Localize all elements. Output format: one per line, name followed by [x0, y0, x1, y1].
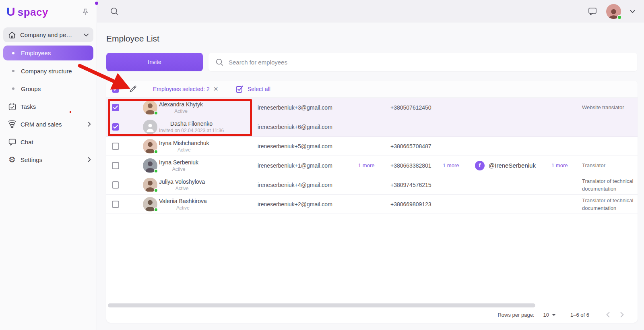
employee-status: Active [172, 166, 186, 172]
more-emails-link[interactable]: 1 more [358, 156, 374, 175]
search-icon [215, 58, 224, 66]
divider [145, 86, 145, 93]
sidebar-item-tasks[interactable]: Tasks [0, 98, 97, 115]
workspace-selector[interactable]: Company and pe… [3, 27, 93, 42]
employee-status: Active [176, 205, 190, 211]
main-content: Employee List Invite Employees selected:… [97, 23, 644, 330]
logo-text: spacy [18, 6, 48, 19]
employee-status: Active [174, 108, 188, 114]
facebook-icon[interactable]: f [475, 161, 485, 170]
edit-selected-icon[interactable] [129, 81, 137, 98]
next-page-button[interactable] [618, 312, 626, 318]
avatar [143, 158, 157, 173]
employee-name[interactable]: Dasha Filonenko [170, 120, 213, 127]
avatar [143, 197, 157, 212]
bullet-icon [12, 52, 14, 54]
table-footer: Rows per page: 10 1–6 of 6 [106, 307, 638, 323]
employee-phone: +380663382801 [390, 156, 431, 175]
employee-name[interactable]: Juliya Voloshylova [159, 178, 205, 185]
table-row[interactable]: Iryna SerbeniukActive ireneserbeniuk+1@g… [106, 156, 638, 175]
avatar [143, 100, 157, 115]
sidebar-item-chat[interactable]: Chat [0, 133, 97, 151]
employee-status: Invited on 02.04.2023 at 11:36 [159, 128, 224, 133]
avatar [143, 139, 157, 154]
more-phones-link[interactable]: 1 more [443, 156, 459, 175]
table-row[interactable]: Iryna MishchanchukActive ireneserbeniuk+… [106, 137, 638, 156]
search-input[interactable] [229, 59, 631, 66]
sidebar-item-label: Groups [21, 85, 41, 92]
pin-sidebar-icon[interactable] [80, 7, 90, 17]
invite-button[interactable]: Invite [106, 53, 203, 71]
sidebar-item-label: CRM and sales [21, 121, 62, 128]
social-handle[interactable]: @IreneSerbeniuk [489, 162, 536, 169]
online-status-dot [154, 169, 158, 173]
chevron-right-icon [88, 157, 91, 162]
previous-page-button[interactable] [604, 312, 612, 318]
uspacy-logo[interactable]: U spacy [6, 6, 48, 19]
selection-toolbar: Employees selected: 2 ✕ Select all [106, 81, 638, 98]
online-status-dot [154, 188, 158, 193]
sidebar-item-employees[interactable]: Employees [3, 46, 93, 60]
selected-count-label: Employees selected: 2 [153, 81, 210, 98]
select-all-button[interactable]: Select all [235, 81, 270, 98]
table-row[interactable]: Alexandra KhytykActive ireneserbeniuk+3@… [106, 98, 638, 117]
select-all-label: Select all [248, 86, 270, 92]
sidebar-item-label: Company structure [21, 68, 72, 75]
row-checkbox[interactable] [112, 143, 119, 150]
row-checkbox[interactable] [112, 162, 119, 169]
row-checkbox[interactable] [112, 181, 119, 189]
employee-position: Website translator [582, 104, 624, 111]
employee-email: ireneserbeniuk+3@gmail.com [258, 98, 332, 117]
online-status-dot [617, 15, 622, 20]
employee-table: Employees selected: 2 ✕ Select all Alexa… [106, 81, 638, 323]
select-all-icon [235, 85, 244, 93]
rows-per-page-select[interactable]: 10 [543, 312, 556, 318]
funnel-stack-icon [7, 120, 17, 129]
more-socials-link[interactable]: 1 more [551, 156, 568, 175]
avatar-placeholder [143, 120, 157, 134]
header-checkbox[interactable] [112, 85, 119, 93]
employee-position: Translator of technical documentation [582, 177, 638, 193]
sidebar-item-settings[interactable]: ⚙ Settings [0, 151, 97, 168]
sidebar-item-label: Employees [21, 50, 51, 56]
rows-per-page-label: Rows per page: [497, 312, 534, 318]
pagination-range: 1–6 of 6 [570, 312, 589, 318]
clear-selection-icon[interactable]: ✕ [213, 81, 219, 98]
sidebar: U spacy Company and pe… Employees Compan… [0, 0, 97, 330]
employee-position: Translator of technical documentation [582, 197, 638, 212]
profile-menu-chevron-icon[interactable] [630, 10, 635, 13]
employee-name[interactable]: Iryna Serbeniuk [159, 159, 198, 166]
sidebar-item-crm-and-sales[interactable]: CRM and sales [0, 115, 97, 133]
logo-dot [95, 2, 98, 5]
sidebar-item-label: Tasks [21, 103, 36, 110]
table-row[interactable]: Valeriia BashkirovaActive ireneserbeniuk… [106, 195, 638, 214]
sidebar-item-groups[interactable]: Groups [0, 80, 97, 98]
bullet-icon [12, 70, 14, 72]
global-search-icon[interactable] [109, 6, 119, 16]
sidebar-item-company-structure[interactable]: Company structure [0, 62, 97, 80]
messages-icon[interactable] [588, 6, 597, 16]
chevron-right-icon [88, 122, 91, 127]
employee-name[interactable]: Alexandra Khytyk [159, 101, 203, 108]
table-row[interactable]: Juliya VoloshylovaActive ireneserbeniuk+… [106, 175, 638, 195]
table-row[interactable]: Dasha FilonenkoInvited on 02.04.2023 at … [106, 117, 638, 137]
online-status-dot [154, 208, 158, 212]
employee-name[interactable]: Valeriia Bashkirova [159, 198, 207, 204]
home-icon [8, 31, 16, 39]
employee-phone: +380974576215 [390, 175, 431, 194]
row-checkbox[interactable] [112, 104, 119, 111]
employee-email: ireneserbeniuk+1@gmail.com [258, 156, 332, 175]
user-avatar[interactable] [606, 4, 621, 19]
row-checkbox[interactable] [112, 201, 119, 208]
row-checkbox[interactable] [112, 123, 119, 131]
employee-phone: +380665708487 [390, 137, 431, 156]
employee-name[interactable]: Iryna Mishchanchuk [159, 140, 209, 146]
caret-down-icon [552, 314, 556, 316]
employee-phone: +380669809123 [390, 195, 431, 214]
workspace-label: Company and pe… [20, 31, 84, 38]
avatar [143, 178, 157, 192]
sidebar-item-label: Chat [21, 139, 33, 145]
topbar [97, 0, 644, 23]
employee-search[interactable] [208, 53, 637, 71]
chat-bubble-icon [7, 138, 17, 146]
